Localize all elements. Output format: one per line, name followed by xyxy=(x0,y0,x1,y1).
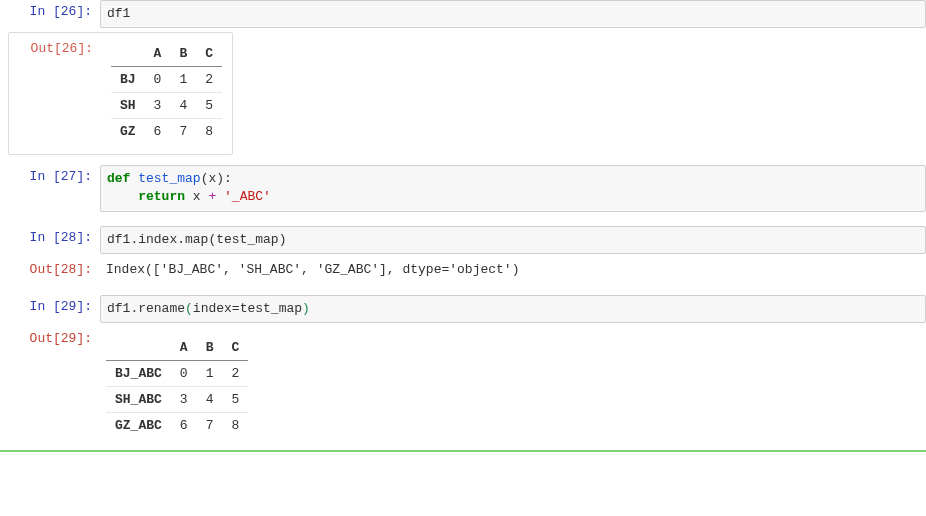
output-cell-29: Out[29]: A B C BJ_ABC 0 1 2 SH_ABC xyxy=(0,327,926,442)
divider-bottom xyxy=(0,450,926,452)
keyword-return: return xyxy=(138,189,185,204)
dataframe-table-29: A B C BJ_ABC 0 1 2 SH_ABC 3 4 5 xyxy=(106,335,248,438)
code-text: x xyxy=(185,189,208,204)
paren-open: ( xyxy=(185,301,193,316)
code-text: df1.rename xyxy=(107,301,185,316)
table-row: SH_ABC 3 4 5 xyxy=(106,386,248,412)
col-header: A xyxy=(171,335,197,361)
row-index: BJ xyxy=(111,67,145,93)
output-cell-28: Out[28]: Index(['BJ_ABC', 'SH_ABC', 'GZ_… xyxy=(0,258,926,281)
func-sig: (x): xyxy=(201,171,232,186)
row-index: GZ xyxy=(111,119,145,145)
input-cell-28: In [28]: df1.index.map(test_map) xyxy=(0,226,926,254)
cell-value: 4 xyxy=(170,93,196,119)
cell-value: 0 xyxy=(145,67,171,93)
row-index: SH xyxy=(111,93,145,119)
dataframe-table-26: A B C BJ 0 1 2 SH 3 4 5 xyxy=(111,41,222,144)
dataframe-output-29: A B C BJ_ABC 0 1 2 SH_ABC 3 4 5 xyxy=(100,327,926,442)
table-header-row: A B C xyxy=(106,335,248,361)
code-input-28[interactable]: df1.index.map(test_map) xyxy=(100,226,926,254)
cell-value: 7 xyxy=(197,412,223,438)
input-cell-27: In [27]: def test_map(x): return x + '_A… xyxy=(0,165,926,211)
cell-value: 5 xyxy=(222,386,248,412)
table-row: SH 3 4 5 xyxy=(111,93,222,119)
row-index: GZ_ABC xyxy=(106,412,171,438)
cell-value: 4 xyxy=(197,386,223,412)
row-index: BJ_ABC xyxy=(106,360,171,386)
table-header-row: A B C xyxy=(111,41,222,67)
input-cell-26: In [26]: df1 xyxy=(0,0,926,28)
table-row: GZ 6 7 8 xyxy=(111,119,222,145)
cell-value: 6 xyxy=(145,119,171,145)
cell-value: 1 xyxy=(197,360,223,386)
col-header: C xyxy=(196,41,222,67)
cell-value: 6 xyxy=(171,412,197,438)
row-index: SH_ABC xyxy=(106,386,171,412)
code-input-27[interactable]: def test_map(x): return x + '_ABC' xyxy=(100,165,926,211)
cell-value: 5 xyxy=(196,93,222,119)
in-prompt-27: In [27]: xyxy=(0,165,100,188)
cell-value: 0 xyxy=(171,360,197,386)
in-prompt-28: In [28]: xyxy=(0,226,100,249)
code-input-29[interactable]: df1.rename(index=test_map) xyxy=(100,295,926,323)
corner-cell xyxy=(111,41,145,67)
out-prompt-26: Out[26]: xyxy=(9,33,101,60)
table-row: GZ_ABC 6 7 8 xyxy=(106,412,248,438)
col-header: B xyxy=(197,335,223,361)
cell-value: 8 xyxy=(222,412,248,438)
col-header: A xyxy=(145,41,171,67)
cell-value: 2 xyxy=(196,67,222,93)
table-row: BJ_ABC 0 1 2 xyxy=(106,360,248,386)
cell-value: 1 xyxy=(170,67,196,93)
out-prompt-29: Out[29]: xyxy=(0,327,100,350)
string-literal: '_ABC' xyxy=(224,189,271,204)
out-prompt-28: Out[28]: xyxy=(0,258,100,281)
output-cell-26: Out[26]: A B C BJ 0 1 2 SH 3 xyxy=(0,32,926,155)
cell-value: 7 xyxy=(170,119,196,145)
in-prompt-29: In [29]: xyxy=(0,295,100,318)
in-prompt-26: In [26]: xyxy=(0,0,100,23)
cell-value: 3 xyxy=(145,93,171,119)
code-input-26[interactable]: df1 xyxy=(100,0,926,28)
keyword-def: def xyxy=(107,171,130,186)
cell-value: 8 xyxy=(196,119,222,145)
code-text xyxy=(216,189,224,204)
col-header: B xyxy=(170,41,196,67)
code-text: index=test_map xyxy=(193,301,302,316)
cell-value: 3 xyxy=(171,386,197,412)
paren-close: ) xyxy=(302,301,310,316)
func-name: test_map xyxy=(130,171,200,186)
input-cell-29: In [29]: df1.rename(index=test_map) xyxy=(0,295,926,323)
cell-value: 2 xyxy=(222,360,248,386)
corner-cell xyxy=(106,335,171,361)
col-header: C xyxy=(222,335,248,361)
table-row: BJ 0 1 2 xyxy=(111,67,222,93)
text-output-28: Index(['BJ_ABC', 'SH_ABC', 'GZ_ABC'], dt… xyxy=(100,258,926,281)
